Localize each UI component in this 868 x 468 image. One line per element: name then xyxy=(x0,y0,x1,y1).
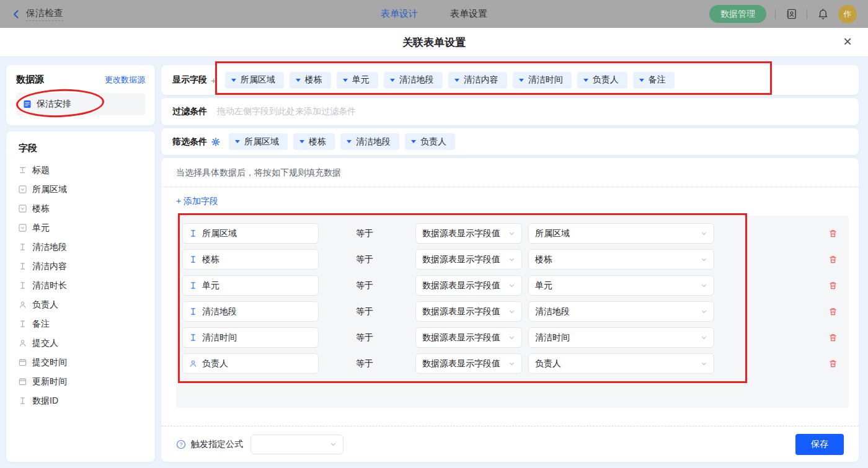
rule-field-input[interactable]: 负责人 xyxy=(182,353,319,374)
rule-field-label: 清洁地段 xyxy=(202,306,237,317)
field-item-unit[interactable]: 单元 xyxy=(19,218,143,237)
text-field-icon xyxy=(189,255,197,263)
back-button[interactable]: 保洁检查 xyxy=(11,7,63,21)
tag-label: 楼栋 xyxy=(309,136,326,148)
field-item-data-id[interactable]: 数据ID xyxy=(19,391,143,410)
display-tag[interactable]: 清洁地段 xyxy=(384,72,443,89)
data-manage-button[interactable]: 数据管理 xyxy=(709,5,766,23)
value-source-select[interactable]: 数据源表显示字段值 xyxy=(415,327,522,348)
chevron-down-icon xyxy=(454,79,459,82)
field-item-clean-duration[interactable]: 清洁时长 xyxy=(19,276,143,295)
source-field-select[interactable]: 楼栋 xyxy=(528,249,714,270)
field-item-submitter[interactable]: 提交人 xyxy=(19,333,143,353)
display-fields-card: 显示字段 + 所属区域 楼栋 单元 清洁地段 清洁内容 清洁时间 负责人 备注 xyxy=(161,65,859,95)
value-source-select[interactable]: 数据源表显示字段值 xyxy=(415,301,522,322)
user-avatar[interactable]: 作 xyxy=(838,5,857,24)
source-field-select[interactable]: 所属区域 xyxy=(528,223,714,244)
field-item-label: 所属区域 xyxy=(32,184,67,195)
tag-label: 备注 xyxy=(649,74,666,86)
rule-field-input[interactable]: 清洁时间 xyxy=(182,327,319,348)
equals-label: 等于 xyxy=(356,332,393,343)
text-field-icon xyxy=(19,243,27,251)
display-tag[interactable]: 所属区域 xyxy=(225,72,284,89)
text-field-icon xyxy=(19,262,27,270)
value-source-select[interactable]: 数据源表显示字段值 xyxy=(415,249,522,270)
change-datasource-link[interactable]: 更改数据源 xyxy=(105,74,145,86)
source-field-select[interactable]: 清洁时间 xyxy=(528,327,714,348)
fields-panel: 字段 标题 所属区域 楼栋 xyxy=(6,131,155,462)
text-field-icon xyxy=(19,320,27,328)
display-tag[interactable]: 清洁内容 xyxy=(448,72,507,89)
chevron-down-icon xyxy=(701,308,707,315)
field-item-remark[interactable]: 备注 xyxy=(19,314,143,333)
screen-condition-card: 筛选条件 所属区域 楼栋 清洁地段 负责人 xyxy=(161,128,859,155)
delete-rule-icon[interactable] xyxy=(828,255,838,264)
value-source-select[interactable]: 数据源表显示字段值 xyxy=(415,223,522,244)
select-field-icon xyxy=(19,185,27,193)
source-field-select[interactable]: 负责人 xyxy=(528,353,714,374)
calendar-icon xyxy=(19,358,27,366)
back-chevron-icon xyxy=(11,9,21,19)
datasource-item[interactable]: 保洁安排 xyxy=(16,93,145,115)
value-source-select[interactable]: 数据源表显示字段值 xyxy=(415,353,522,374)
field-item-clean-area[interactable]: 清洁地段 xyxy=(19,237,143,257)
display-tag[interactable]: 楼栋 xyxy=(290,72,331,89)
gear-icon[interactable] xyxy=(211,138,220,146)
source-field-value: 清洁地段 xyxy=(535,306,570,317)
delete-rule-icon[interactable] xyxy=(828,333,838,342)
field-item-label: 清洁时长 xyxy=(32,280,67,291)
delete-rule-icon[interactable] xyxy=(828,359,838,368)
field-item-submit-time[interactable]: 提交时间 xyxy=(19,353,143,372)
address-book-icon[interactable] xyxy=(784,7,798,21)
chevron-down-icon xyxy=(508,256,515,263)
notification-bell-icon[interactable] xyxy=(816,7,830,21)
person-icon xyxy=(19,301,27,309)
text-field-icon xyxy=(189,333,197,342)
rule-field-input[interactable]: 清洁地段 xyxy=(182,301,319,322)
chevron-down-icon xyxy=(411,140,416,143)
delete-rule-icon[interactable] xyxy=(828,229,838,238)
rule-field-input[interactable]: 楼栋 xyxy=(182,249,319,270)
equals-label: 等于 xyxy=(356,228,393,239)
form-name[interactable]: 保洁检查 xyxy=(26,7,63,21)
rule-row: 清洁地段 等于 数据源表显示字段值 清洁地段 xyxy=(182,301,849,322)
field-item-owner[interactable]: 负责人 xyxy=(19,295,143,314)
field-item-clean-content[interactable]: 清洁内容 xyxy=(19,257,143,276)
source-field-value: 所属区域 xyxy=(535,228,570,239)
add-field-link[interactable]: + 添加字段 xyxy=(161,187,233,214)
field-item-region[interactable]: 所属区域 xyxy=(19,180,143,199)
rule-field-input[interactable]: 所属区域 xyxy=(182,223,319,244)
rule-field-input[interactable]: 单元 xyxy=(182,275,319,296)
screen-tag[interactable]: 清洁地段 xyxy=(340,133,399,150)
display-tag[interactable]: 备注 xyxy=(633,72,675,89)
source-field-select[interactable]: 单元 xyxy=(528,275,714,296)
rule-row: 清洁时间 等于 数据源表显示字段值 清洁时间 xyxy=(182,327,849,348)
add-display-field-button[interactable]: + xyxy=(211,75,216,86)
field-item-building[interactable]: 楼栋 xyxy=(19,199,143,218)
display-tag[interactable]: 单元 xyxy=(337,72,378,89)
chevron-down-icon xyxy=(519,79,524,82)
value-source-select[interactable]: 数据源表显示字段值 xyxy=(415,275,522,296)
help-icon[interactable]: ? xyxy=(176,439,186,449)
formula-select[interactable] xyxy=(250,435,343,454)
delete-rule-icon[interactable] xyxy=(828,281,838,290)
screen-tag[interactable]: 负责人 xyxy=(405,133,455,150)
display-tag[interactable]: 清洁时间 xyxy=(513,72,572,89)
save-button[interactable]: 保存 xyxy=(795,434,844,455)
text-field-icon xyxy=(19,397,27,405)
screen-tag[interactable]: 楼栋 xyxy=(293,133,335,150)
screen-tag[interactable]: 所属区域 xyxy=(229,133,288,150)
value-source-value: 数据源表显示字段值 xyxy=(422,280,500,291)
field-item-update-time[interactable]: 更新时间 xyxy=(19,372,143,391)
close-icon[interactable]: × xyxy=(843,33,852,50)
filter-condition-card[interactable]: 过滤条件 拖动左侧字段到此处来添加过滤条件 xyxy=(161,98,859,125)
divider xyxy=(775,9,776,19)
delete-rule-icon[interactable] xyxy=(828,307,838,316)
display-tag[interactable]: 负责人 xyxy=(577,72,627,89)
source-field-select[interactable]: 清洁地段 xyxy=(528,301,714,322)
tab-form-design[interactable]: 表单设计 xyxy=(381,8,418,20)
field-item-title[interactable]: 标题 xyxy=(19,161,143,180)
svg-text:?: ? xyxy=(179,441,182,448)
rule-row: 单元 等于 数据源表显示字段值 单元 xyxy=(182,275,849,296)
tab-form-settings[interactable]: 表单设置 xyxy=(450,8,487,20)
